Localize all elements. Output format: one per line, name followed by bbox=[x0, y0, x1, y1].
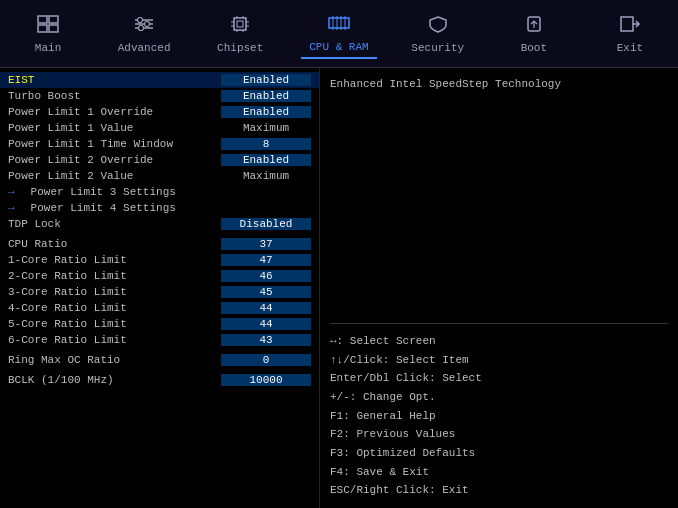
menu-label: EIST bbox=[8, 74, 221, 86]
menu-value: 47 bbox=[221, 254, 311, 266]
menu-row-turbo-boost[interactable]: Turbo BoostEnabled bbox=[0, 88, 319, 104]
nav-boot[interactable]: Boot bbox=[499, 11, 569, 58]
svg-rect-1 bbox=[49, 16, 58, 23]
menu-value: 43 bbox=[221, 334, 311, 346]
shortcut-line: ↔: Select Screen bbox=[330, 332, 668, 351]
menu-label: 4-Core Ratio Limit bbox=[8, 302, 221, 314]
shortcut-line: ↑↓/Click: Select Item bbox=[330, 351, 668, 370]
svg-rect-0 bbox=[38, 16, 47, 23]
menu-row-5-core-ratio[interactable]: 5-Core Ratio Limit44 bbox=[0, 316, 319, 332]
menu-value: Maximum bbox=[221, 122, 311, 134]
nav-chipset[interactable]: Chipset bbox=[205, 11, 275, 58]
menu-label: Power Limit 1 Override bbox=[8, 106, 221, 118]
menu-row-cpu-ratio[interactable]: CPU Ratio37 bbox=[0, 236, 319, 252]
boot-icon bbox=[523, 15, 545, 38]
menu-label: Power Limit 4 Settings bbox=[31, 202, 311, 214]
main-content: EISTEnabledTurbo BoostEnabledPower Limit… bbox=[0, 68, 678, 508]
arrow-icon: → bbox=[8, 186, 15, 198]
nav-boot-label: Boot bbox=[521, 42, 547, 54]
menu-row-power-limit1-override[interactable]: Power Limit 1 OverrideEnabled bbox=[0, 104, 319, 120]
cpu-ram-icon bbox=[328, 14, 350, 37]
chipset-icon bbox=[229, 15, 251, 38]
svg-rect-10 bbox=[234, 18, 246, 30]
main-icon bbox=[37, 15, 59, 38]
shortcuts: ↔: Select Screen↑↓/Click: Select ItemEnt… bbox=[330, 332, 668, 500]
menu-label: Turbo Boost bbox=[8, 90, 221, 102]
menu-row-3-core-ratio[interactable]: 3-Core Ratio Limit45 bbox=[0, 284, 319, 300]
nav-main-label: Main bbox=[35, 42, 61, 54]
menu-value: 44 bbox=[221, 318, 311, 330]
menu-value: 8 bbox=[221, 138, 311, 150]
menu-value: Disabled bbox=[221, 218, 311, 230]
nav-cpu-ram[interactable]: CPU & RAM bbox=[301, 10, 376, 59]
menu-row-power-limit2-override[interactable]: Power Limit 2 OverrideEnabled bbox=[0, 152, 319, 168]
shortcut-line: F4: Save & Exit bbox=[330, 463, 668, 482]
menu-label: CPU Ratio bbox=[8, 238, 221, 250]
menu-label: 3-Core Ratio Limit bbox=[8, 286, 221, 298]
left-panel: EISTEnabledTurbo BoostEnabledPower Limit… bbox=[0, 68, 320, 508]
divider bbox=[330, 323, 668, 324]
menu-value: Enabled bbox=[221, 90, 311, 102]
shortcut-line: F1: General Help bbox=[330, 407, 668, 426]
menu-row-power-limit4-settings[interactable]: → Power Limit 4 Settings bbox=[0, 200, 319, 216]
menu-row-eist[interactable]: EISTEnabled bbox=[0, 72, 319, 88]
menu-value: 46 bbox=[221, 270, 311, 282]
menu-label: 1-Core Ratio Limit bbox=[8, 254, 221, 266]
menu-value: 0 bbox=[221, 354, 311, 366]
menu-label: TDP Lock bbox=[8, 218, 221, 230]
svg-rect-20 bbox=[329, 18, 349, 28]
security-icon bbox=[427, 15, 449, 38]
menu-label: 2-Core Ratio Limit bbox=[8, 270, 221, 282]
menu-row-4-core-ratio[interactable]: 4-Core Ratio Limit44 bbox=[0, 300, 319, 316]
svg-rect-35 bbox=[621, 17, 633, 31]
svg-rect-3 bbox=[49, 25, 58, 32]
menu-label: BCLK (1/100 MHz) bbox=[8, 374, 221, 386]
menu-label: Power Limit 1 Time Window bbox=[8, 138, 221, 150]
menu-value: 10000 bbox=[221, 374, 311, 386]
menu-row-power-limit2-value[interactable]: Power Limit 2 ValueMaximum bbox=[0, 168, 319, 184]
help-description: Enhanced Intel SpeedStep Technology bbox=[330, 76, 668, 93]
shortcut-line: ESC/Right Click: Exit bbox=[330, 481, 668, 500]
menu-label: 5-Core Ratio Limit bbox=[8, 318, 221, 330]
menu-value: 44 bbox=[221, 302, 311, 314]
svg-point-8 bbox=[145, 22, 150, 27]
shortcut-line: Enter/Dbl Click: Select bbox=[330, 369, 668, 388]
menu-row-power-limit3-settings[interactable]: → Power Limit 3 Settings bbox=[0, 184, 319, 200]
menu-value: 45 bbox=[221, 286, 311, 298]
nav-advanced-label: Advanced bbox=[118, 42, 171, 54]
nav-exit[interactable]: Exit bbox=[595, 11, 665, 58]
nav-security-label: Security bbox=[411, 42, 464, 54]
menu-row-bclk[interactable]: BCLK (1/100 MHz)10000 bbox=[0, 372, 319, 388]
menu-label: Power Limit 2 Override bbox=[8, 154, 221, 166]
menu-row-1-core-ratio[interactable]: 1-Core Ratio Limit47 bbox=[0, 252, 319, 268]
menu-value: 37 bbox=[221, 238, 311, 250]
nav-main[interactable]: Main bbox=[13, 11, 83, 58]
svg-rect-2 bbox=[38, 25, 47, 32]
menu-label: 6-Core Ratio Limit bbox=[8, 334, 221, 346]
menu-value: Enabled bbox=[221, 106, 311, 118]
nav-advanced[interactable]: Advanced bbox=[109, 11, 179, 58]
menu-row-ring-max-oc[interactable]: Ring Max OC Ratio0 bbox=[0, 352, 319, 368]
svg-point-9 bbox=[139, 26, 144, 31]
menu-row-6-core-ratio[interactable]: 6-Core Ratio Limit43 bbox=[0, 332, 319, 348]
nav-cpu-ram-label: CPU & RAM bbox=[309, 41, 368, 53]
exit-icon bbox=[619, 15, 641, 38]
menu-label: Power Limit 1 Value bbox=[8, 122, 221, 134]
svg-rect-11 bbox=[237, 21, 243, 27]
menu-label: Power Limit 2 Value bbox=[8, 170, 221, 182]
right-panel: Enhanced Intel SpeedStep Technology ↔: S… bbox=[320, 68, 678, 508]
menu-row-2-core-ratio[interactable]: 2-Core Ratio Limit46 bbox=[0, 268, 319, 284]
arrow-icon: → bbox=[8, 202, 15, 214]
shortcut-line: +/-: Change Opt. bbox=[330, 388, 668, 407]
menu-value: Maximum bbox=[221, 170, 311, 182]
nav-exit-label: Exit bbox=[617, 42, 643, 54]
menu-value: Enabled bbox=[221, 74, 311, 86]
top-nav: Main Advanced bbox=[0, 0, 678, 68]
nav-security[interactable]: Security bbox=[403, 11, 473, 58]
advanced-icon bbox=[133, 15, 155, 38]
menu-row-power-limit1-value[interactable]: Power Limit 1 ValueMaximum bbox=[0, 120, 319, 136]
menu-label: Ring Max OC Ratio bbox=[8, 354, 221, 366]
menu-row-tdp-lock[interactable]: TDP LockDisabled bbox=[0, 216, 319, 232]
menu-row-power-limit1-time[interactable]: Power Limit 1 Time Window8 bbox=[0, 136, 319, 152]
shortcut-line: F2: Previous Values bbox=[330, 425, 668, 444]
